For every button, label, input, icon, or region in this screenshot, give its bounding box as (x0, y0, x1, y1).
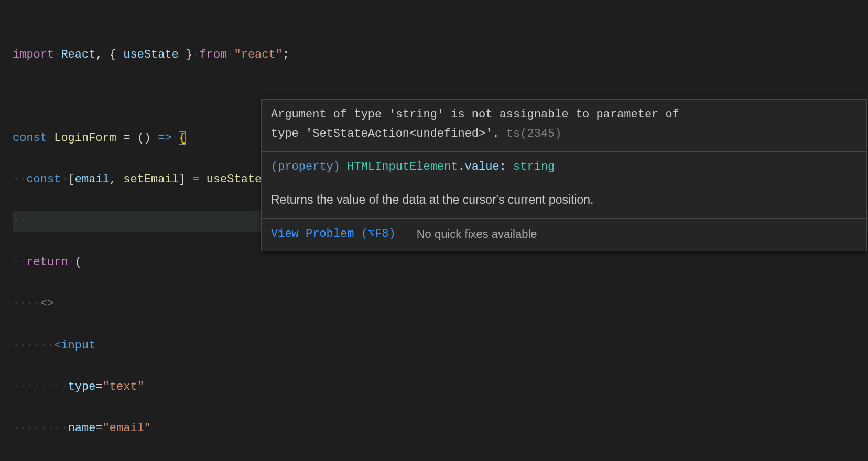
tag-input: input (61, 339, 95, 352)
ident-usestate: useState (123, 48, 179, 61)
keyword-const: const (13, 131, 47, 145)
string-module: "react" (234, 48, 283, 61)
code-line: ····<> (13, 293, 868, 314)
code-line: ········name="email" (13, 418, 868, 439)
keyword-import: import (13, 48, 54, 61)
tooltip-signature: (property) HTMLInputElement.value: strin… (262, 152, 866, 184)
var-email: email (75, 173, 110, 186)
ts-error-code: ts(2345) (506, 127, 562, 140)
fragment-open: <> (40, 297, 54, 310)
fn-setemail: setEmail (123, 173, 179, 186)
code-line: import·React, { useState }·from·"react"; (13, 45, 868, 65)
keyword-from: from (199, 48, 227, 61)
fn-usestate: useState (207, 173, 262, 186)
component-name: LoginForm (54, 131, 116, 145)
code-line: ··return·( (13, 252, 868, 273)
no-quickfix-label: No quick fixes available (417, 224, 537, 244)
attr-name: name (68, 422, 96, 435)
tooltip-error-message: Argument of type 'string' is not assigna… (262, 100, 866, 152)
tooltip-actions: View Problem (⌥F8) No quick fixes availa… (262, 219, 866, 251)
attr-type: type (68, 380, 96, 393)
view-problem-link[interactable]: View Problem (⌥F8) (271, 224, 396, 244)
keyword-return: return (26, 256, 68, 269)
hover-tooltip[interactable]: Argument of type 'string' is not assigna… (261, 99, 867, 251)
tooltip-description: Returns the value of the data at the cur… (262, 184, 866, 218)
open-brace: { (179, 131, 186, 145)
code-line: ······<input (13, 335, 868, 356)
code-line: ········type="text" (13, 377, 868, 398)
ident-react: React (61, 48, 95, 61)
